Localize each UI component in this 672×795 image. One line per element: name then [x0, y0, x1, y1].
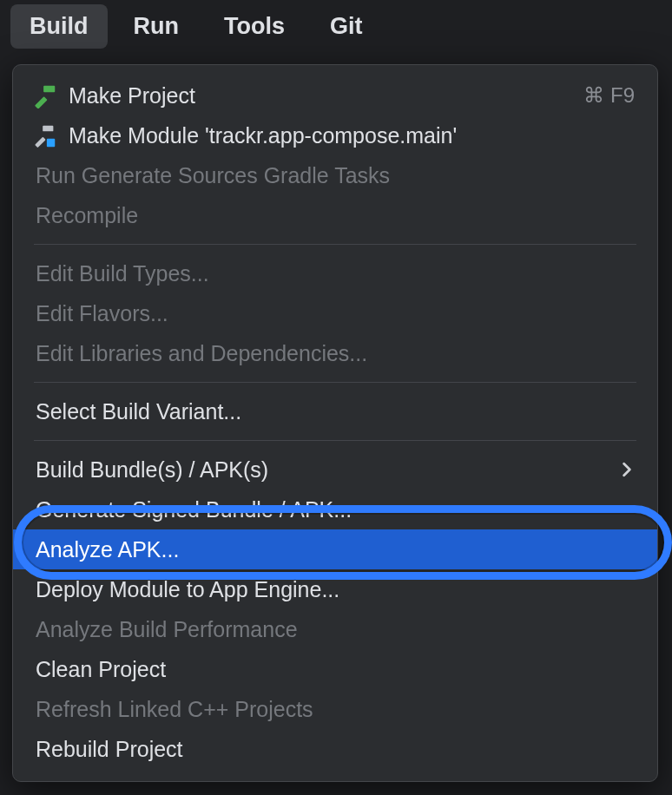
menu-item-label: Select Build Variant... — [36, 399, 241, 424]
menu-item-label: Build Bundle(s) / APK(s) — [36, 457, 268, 483]
menu-item-recompile: Recompile — [13, 195, 657, 235]
menu-item-label: Edit Libraries and Dependencies... — [36, 341, 367, 366]
svg-rect-2 — [35, 137, 46, 148]
menu-item-label: Deploy Module to App Engine... — [36, 577, 339, 602]
menu-item-label: Generate Signed Bundle / APK... — [36, 497, 352, 522]
menu-item-make-module[interactable]: Make Module 'trackr.app-compose.main' — [13, 115, 657, 155]
menu-item-refresh-cpp: Refresh Linked C++ Projects — [13, 689, 657, 729]
menu-item-select-build-variant[interactable]: Select Build Variant... — [13, 391, 657, 431]
menu-separator — [34, 382, 636, 383]
menubar: Build Run Tools Git — [0, 0, 672, 52]
chevron-right-icon — [619, 457, 635, 483]
menu-item-label: Clean Project — [36, 657, 166, 682]
menu-item-shortcut: ⌘ F9 — [583, 83, 635, 108]
menu-separator — [34, 440, 636, 441]
menu-item-generate-signed[interactable]: Generate Signed Bundle / APK... — [13, 489, 657, 529]
svg-rect-3 — [43, 126, 53, 132]
menu-item-make-project[interactable]: Make Project ⌘ F9 — [13, 76, 657, 115]
menubar-item-build[interactable]: Build — [10, 4, 108, 49]
menu-item-rebuild-project[interactable]: Rebuild Project — [13, 729, 657, 769]
menu-item-edit-flavors: Edit Flavors... — [13, 293, 657, 333]
menu-item-analyze-build-performance: Analyze Build Performance — [13, 609, 657, 649]
menu-item-edit-build-types: Edit Build Types... — [13, 253, 657, 293]
menu-item-label: Analyze APK... — [36, 537, 179, 562]
menubar-item-run[interactable]: Run — [115, 4, 198, 49]
svg-rect-4 — [47, 139, 55, 147]
menu-item-label: Edit Flavors... — [36, 301, 168, 326]
menu-item-analyze-apk[interactable]: Analyze APK... — [13, 529, 657, 569]
build-menu-dropdown: Make Project ⌘ F9 Make Module 'trackr.ap… — [12, 64, 658, 782]
menu-item-label: Edit Build Types... — [36, 261, 209, 286]
menu-item-label: Run Generate Sources Gradle Tasks — [36, 163, 390, 188]
hammer-module-icon — [32, 122, 69, 148]
menu-item-deploy-module[interactable]: Deploy Module to App Engine... — [13, 569, 657, 609]
menu-separator — [34, 244, 636, 245]
menubar-item-git[interactable]: Git — [311, 4, 382, 49]
menu-item-label: Recompile — [36, 203, 138, 228]
menu-item-label: Make Module 'trackr.app-compose.main' — [69, 123, 457, 148]
svg-rect-0 — [35, 96, 48, 108]
menu-item-label: Analyze Build Performance — [36, 617, 298, 642]
menu-item-run-generate-sources: Run Generate Sources Gradle Tasks — [13, 155, 657, 195]
svg-rect-1 — [43, 86, 55, 93]
menu-item-label: Make Project — [69, 83, 195, 108]
menu-item-clean-project[interactable]: Clean Project — [13, 649, 657, 689]
menu-item-edit-libraries: Edit Libraries and Dependencies... — [13, 333, 657, 373]
hammer-icon — [32, 82, 69, 108]
menubar-item-tools[interactable]: Tools — [205, 4, 304, 49]
menu-item-label: Rebuild Project — [36, 737, 183, 762]
menu-item-label: Refresh Linked C++ Projects — [36, 697, 313, 722]
menu-item-build-bundle-apk[interactable]: Build Bundle(s) / APK(s) — [13, 450, 657, 489]
